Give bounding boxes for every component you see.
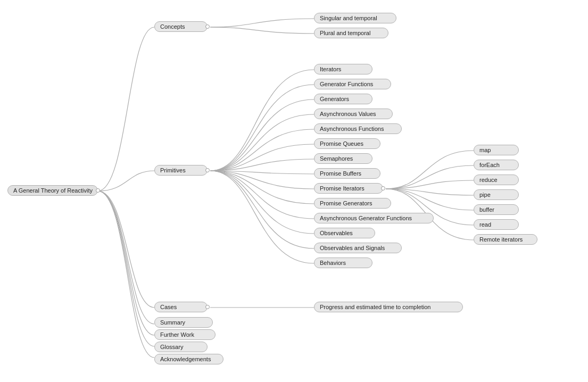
async-gen-functions-label: Asynchronous Generator Functions xyxy=(320,215,412,221)
primitives-node[interactable]: Primitives xyxy=(154,165,208,176)
acknowledgements-node[interactable]: Acknowledgements xyxy=(154,354,223,364)
promise-generators-node[interactable]: Promise Generators xyxy=(314,198,391,209)
plural-label: Plural and temporal xyxy=(320,30,370,36)
async-gen-functions-node[interactable]: Asynchronous Generator Functions xyxy=(314,213,434,223)
promise-buffers-node[interactable]: Promise Buffers xyxy=(314,168,380,179)
read-node[interactable]: read xyxy=(474,219,519,230)
cases-dot xyxy=(205,305,210,309)
primitives-dot xyxy=(205,168,210,172)
remote-iterators-label: Remote iterators xyxy=(479,236,523,243)
progress-node[interactable]: Progress and estimated time to completio… xyxy=(314,302,463,312)
read-label: read xyxy=(479,221,491,228)
reduce-node[interactable]: reduce xyxy=(474,175,519,185)
semaphores-node[interactable]: Semaphores xyxy=(314,153,372,164)
async-values-label: Asynchronous Values xyxy=(320,111,376,117)
iterators-label: Iterators xyxy=(320,66,341,72)
async-functions-label: Asynchronous Functions xyxy=(320,126,384,132)
concepts-dot xyxy=(205,24,210,29)
concepts-label: Concepts xyxy=(160,23,185,30)
remote-iterators-node[interactable]: Remote iterators xyxy=(474,234,537,245)
buffer-node[interactable]: buffer xyxy=(474,204,519,215)
pipe-node[interactable]: pipe xyxy=(474,189,519,200)
forEach-node[interactable]: forEach xyxy=(474,160,519,170)
summary-node[interactable]: Summary xyxy=(154,317,213,328)
semaphores-label: Semaphores xyxy=(320,155,353,162)
async-values-node[interactable]: Asynchronous Values xyxy=(314,109,393,119)
map-label: map xyxy=(479,147,491,153)
further-work-node[interactable]: Further Work xyxy=(154,329,216,340)
generators-node[interactable]: Generators xyxy=(314,94,372,104)
buffer-label: buffer xyxy=(479,206,494,213)
observables-node[interactable]: Observables xyxy=(314,228,375,238)
glossary-label: Glossary xyxy=(160,344,183,350)
promise-buffers-label: Promise Buffers xyxy=(320,170,361,177)
iterators-node[interactable]: Iterators xyxy=(314,64,372,74)
cases-label: Cases xyxy=(160,304,177,310)
concepts-node[interactable]: Concepts xyxy=(154,21,208,32)
promise-iterators-label: Promise Iterators xyxy=(320,185,365,192)
primitives-label: Primitives xyxy=(160,167,186,173)
root-node[interactable]: A General Theory of Reactivity xyxy=(7,185,98,196)
behaviors-label: Behaviors xyxy=(320,260,346,266)
cases-node[interactable]: Cases xyxy=(154,302,208,312)
singular-node[interactable]: Singular and temporal xyxy=(314,13,396,23)
generators-label: Generators xyxy=(320,96,349,102)
progress-label: Progress and estimated time to completio… xyxy=(320,304,431,310)
generator-functions-node[interactable]: Generator Functions xyxy=(314,79,391,89)
root-label: A General Theory of Reactivity xyxy=(13,187,93,194)
root-dot xyxy=(96,188,100,193)
pipe-label: pipe xyxy=(479,192,491,198)
promise-queues-label: Promise Queues xyxy=(320,140,363,147)
summary-label: Summary xyxy=(160,319,185,326)
promise-iterators-node[interactable]: Promise Iterators xyxy=(314,183,383,194)
map-node[interactable]: map xyxy=(474,145,519,155)
async-functions-node[interactable]: Asynchronous Functions xyxy=(314,123,402,134)
observables-signals-label: Observables and Signals xyxy=(320,245,385,251)
acknowledgements-label: Acknowledgements xyxy=(160,356,211,362)
observables-signals-node[interactable]: Observables and Signals xyxy=(314,243,402,253)
forEach-label: forEach xyxy=(479,162,500,168)
promise-generators-label: Promise Generators xyxy=(320,200,372,206)
observables-label: Observables xyxy=(320,230,353,236)
singular-label: Singular and temporal xyxy=(320,15,377,21)
promise-iterators-dot xyxy=(381,186,385,190)
plural-node[interactable]: Plural and temporal xyxy=(314,28,388,38)
further-work-label: Further Work xyxy=(160,331,194,338)
glossary-node[interactable]: Glossary xyxy=(154,342,208,352)
reduce-label: reduce xyxy=(479,177,498,183)
generator-functions-label: Generator Functions xyxy=(320,81,373,87)
promise-queues-node[interactable]: Promise Queues xyxy=(314,138,380,149)
behaviors-node[interactable]: Behaviors xyxy=(314,258,372,268)
